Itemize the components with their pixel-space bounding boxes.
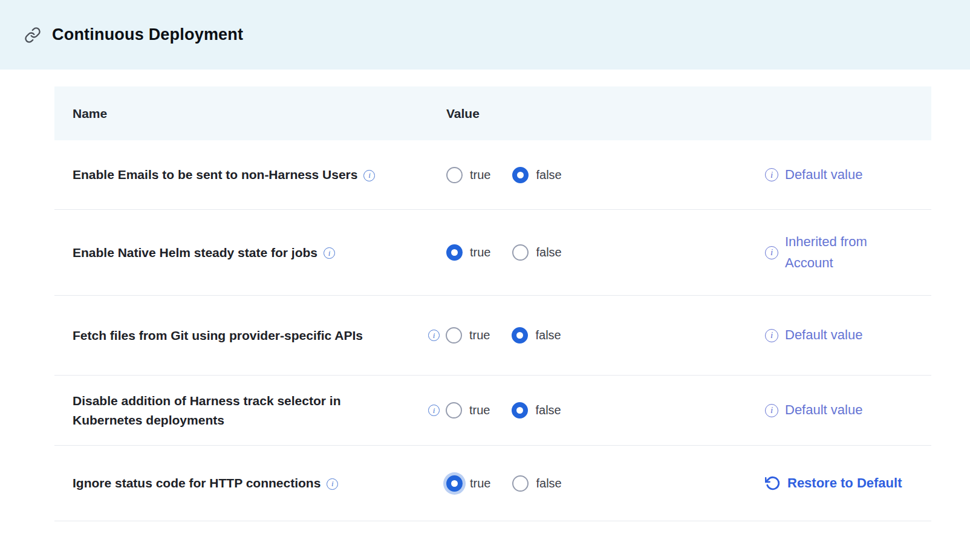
radio-option-true[interactable]: true xyxy=(446,475,490,492)
setting-row: Enable Native Helm steady state for jobs… xyxy=(54,210,931,296)
radio-icon[interactable] xyxy=(446,244,463,261)
column-header-value: Value xyxy=(446,106,765,121)
setting-row: Ignore status code for HTTP connectionsi… xyxy=(54,446,931,521)
radio-option-true[interactable]: true xyxy=(446,402,490,418)
radio-group: true false xyxy=(446,475,765,492)
restore-icon[interactable] xyxy=(765,475,781,491)
radio-option-true[interactable]: true xyxy=(446,327,490,343)
radio-label: true xyxy=(470,168,490,182)
radio-label: true xyxy=(470,246,490,259)
radio-icon[interactable] xyxy=(446,327,462,343)
radio-label: false xyxy=(535,403,561,417)
settings-table: Name Value Enable Emails to be sent to n… xyxy=(54,86,931,521)
radio-option-false[interactable]: false xyxy=(512,167,561,183)
setting-name-cell: Disable addition of Harness track select… xyxy=(73,391,446,429)
section-header: Continuous Deployment xyxy=(0,0,970,70)
radio-group: i true false xyxy=(428,327,765,343)
info-icon[interactable]: i xyxy=(765,329,778,342)
setting-name: Ignore status code for HTTP connections xyxy=(73,476,321,490)
radio-icon[interactable] xyxy=(512,402,528,418)
status-label: Default value xyxy=(785,400,862,420)
status-label: Default value xyxy=(785,325,862,345)
radio-icon[interactable] xyxy=(512,475,529,492)
setting-name-cell: Enable Emails to be sent to non-Harness … xyxy=(73,165,446,184)
setting-row: Enable Emails to be sent to non-Harness … xyxy=(54,140,931,210)
radio-label: false xyxy=(536,477,561,490)
table-header-row: Name Value xyxy=(54,86,931,140)
info-icon[interactable]: i xyxy=(428,405,440,416)
radio-option-false[interactable]: false xyxy=(512,402,561,418)
radio-group: true false xyxy=(446,244,765,261)
page-title: Continuous Deployment xyxy=(52,25,243,44)
setting-name: Enable Emails to be sent to non-Harness … xyxy=(73,168,357,181)
setting-name: Disable addition of Harness track select… xyxy=(73,394,340,427)
radio-icon[interactable] xyxy=(512,244,529,261)
status-cell: Restore to Default xyxy=(765,473,931,493)
info-icon[interactable]: i xyxy=(765,246,778,259)
info-icon[interactable]: i xyxy=(363,170,375,181)
status-cell: i Inherited from Account xyxy=(765,232,931,273)
radio-option-false[interactable]: false xyxy=(512,475,561,492)
radio-label: false xyxy=(535,328,561,342)
setting-name: Fetch files from Git using provider-spec… xyxy=(73,328,363,342)
radio-label: true xyxy=(469,403,490,417)
restore-to-default-button[interactable]: Restore to Default xyxy=(787,473,902,493)
status-cell: i Default value xyxy=(765,164,931,185)
setting-name-cell: Ignore status code for HTTP connectionsi xyxy=(73,474,446,493)
radio-icon[interactable] xyxy=(512,327,528,343)
settings-page: Continuous Deployment Name Value Enable … xyxy=(0,0,970,521)
info-icon[interactable]: i xyxy=(765,168,778,181)
radio-icon[interactable] xyxy=(512,167,529,183)
radio-icon[interactable] xyxy=(446,167,463,183)
radio-option-false[interactable]: false xyxy=(512,327,561,343)
link-icon[interactable] xyxy=(24,27,41,44)
radio-option-true[interactable]: true xyxy=(446,167,490,183)
radio-label: false xyxy=(536,246,561,259)
radio-option-true[interactable]: true xyxy=(446,244,490,261)
radio-label: false xyxy=(536,168,561,182)
radio-option-false[interactable]: false xyxy=(512,244,561,261)
radio-icon[interactable] xyxy=(446,475,463,492)
setting-name-cell: Enable Native Helm steady state for jobs… xyxy=(73,243,446,262)
setting-name-cell: Fetch files from Git using provider-spec… xyxy=(73,326,446,345)
status-label: Inherited from Account xyxy=(785,232,906,273)
info-icon[interactable]: i xyxy=(324,247,335,259)
radio-group: true false xyxy=(446,167,765,183)
radio-label: true xyxy=(469,328,490,342)
status-label: Default value xyxy=(785,164,862,185)
info-icon[interactable]: i xyxy=(765,404,778,417)
setting-row: Fetch files from Git using provider-spec… xyxy=(54,296,931,376)
setting-name: Enable Native Helm steady state for jobs xyxy=(73,246,317,259)
radio-icon[interactable] xyxy=(446,402,462,418)
radio-label: true xyxy=(470,477,490,490)
info-icon[interactable]: i xyxy=(327,478,338,490)
status-cell: i Default value xyxy=(765,325,931,345)
setting-row: Disable addition of Harness track select… xyxy=(54,376,931,446)
status-cell: i Default value xyxy=(765,400,931,420)
radio-group: i true false xyxy=(428,402,765,418)
info-icon[interactable]: i xyxy=(428,330,440,341)
column-header-name: Name xyxy=(73,106,446,121)
